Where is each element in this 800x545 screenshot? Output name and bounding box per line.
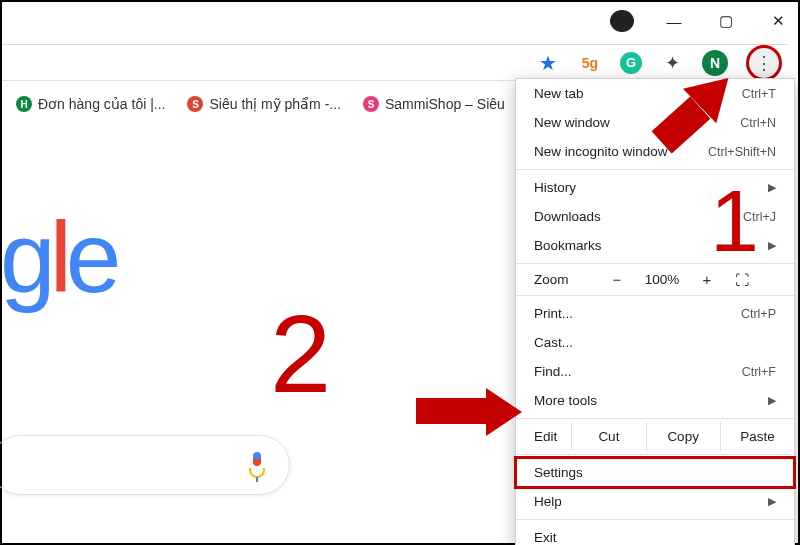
menu-separator xyxy=(516,519,794,520)
menu-separator xyxy=(516,454,794,455)
submenu-arrow-icon: ▶ xyxy=(768,495,776,508)
menu-label: New window xyxy=(534,115,610,130)
menu-label: Print... xyxy=(534,306,573,321)
bookmark-star-icon[interactable]: ★ xyxy=(536,51,560,75)
menu-more-tools[interactable]: More tools ▶ xyxy=(516,386,794,415)
submenu-arrow-icon: ▶ xyxy=(768,394,776,407)
zoom-level: 100% xyxy=(640,272,684,287)
menu-label: Find... xyxy=(534,364,572,379)
zoom-in-button[interactable]: + xyxy=(694,271,720,288)
edit-copy[interactable]: Copy xyxy=(647,422,721,451)
voice-search-icon[interactable] xyxy=(247,452,267,478)
menu-label: New tab xyxy=(534,86,584,101)
menu-label: History xyxy=(534,180,576,195)
menu-label: Downloads xyxy=(534,209,601,224)
menu-shortcut: Ctrl+P xyxy=(741,307,776,321)
bookmark-label: Đơn hàng của tôi |... xyxy=(38,96,165,112)
menu-label: Bookmarks xyxy=(534,238,602,253)
minimize-button[interactable]: — xyxy=(662,13,686,30)
bookmark-label: SammiShop – Siêu xyxy=(385,96,505,112)
google-search-box[interactable] xyxy=(0,435,290,495)
menu-separator xyxy=(516,295,794,296)
maximize-button[interactable]: ▢ xyxy=(714,12,738,30)
bookmark-label: Siêu thị mỹ phẩm -... xyxy=(209,96,340,112)
menu-label: Help xyxy=(534,494,562,509)
annotation-number-1: 1 xyxy=(710,170,759,272)
menu-settings[interactable]: Settings xyxy=(516,458,794,487)
extensions-puzzle-icon[interactable]: ✦ xyxy=(660,51,684,75)
tab-dropdown-icon[interactable]: ▼ xyxy=(610,10,634,32)
favicon-icon: H xyxy=(16,96,32,112)
menu-find[interactable]: Find... Ctrl+F xyxy=(516,357,794,386)
window-titlebar: ▼ — ▢ ✕ xyxy=(0,6,790,36)
annotation-number-2: 2 xyxy=(270,290,331,417)
close-button[interactable]: ✕ xyxy=(766,12,790,30)
chrome-menu: New tab Ctrl+T New window Ctrl+N New inc… xyxy=(515,78,795,545)
menu-cast[interactable]: Cast... xyxy=(516,328,794,357)
menu-label: Zoom xyxy=(534,272,594,287)
menu-new-tab[interactable]: New tab Ctrl+T xyxy=(516,79,794,108)
favicon-icon: S xyxy=(187,96,203,112)
zoom-out-button[interactable]: − xyxy=(604,271,630,288)
menu-label: Cast... xyxy=(534,335,573,350)
menu-label: New incognito window xyxy=(534,144,668,159)
submenu-arrow-icon: ▶ xyxy=(768,181,776,194)
annotation-arrow xyxy=(416,398,488,424)
favicon-icon: S xyxy=(363,96,379,112)
menu-edit-row: Edit Cut Copy Paste xyxy=(516,422,794,451)
bookmark-item[interactable]: H Đơn hàng của tôi |... xyxy=(16,96,165,112)
toolbar: ★ 5g G ✦ N ⋮ xyxy=(2,44,788,80)
grammarly-icon[interactable]: G xyxy=(620,52,642,74)
extension-icon[interactable]: 5g xyxy=(578,51,602,75)
submenu-arrow-icon: ▶ xyxy=(768,239,776,252)
google-logo: gle xyxy=(0,200,115,315)
menu-separator xyxy=(516,418,794,419)
menu-label: Edit xyxy=(516,422,572,451)
menu-incognito[interactable]: New incognito window Ctrl+Shift+N xyxy=(516,137,794,166)
chrome-menu-button[interactable]: ⋮ xyxy=(746,45,782,81)
menu-shortcut: Ctrl+Shift+N xyxy=(708,145,776,159)
menu-print[interactable]: Print... Ctrl+P xyxy=(516,299,794,328)
menu-label: Settings xyxy=(534,465,583,480)
menu-exit[interactable]: Exit xyxy=(516,523,794,545)
bookmarks-bar: H Đơn hàng của tôi |... S Siêu thị mỹ ph… xyxy=(10,86,520,122)
menu-shortcut: Ctrl+T xyxy=(742,87,776,101)
bookmark-item[interactable]: S SammiShop – Siêu xyxy=(363,96,505,112)
edit-paste[interactable]: Paste xyxy=(721,422,794,451)
edit-cut[interactable]: Cut xyxy=(572,422,646,451)
menu-shortcut: Ctrl+F xyxy=(742,365,776,379)
menu-help[interactable]: Help ▶ xyxy=(516,487,794,516)
menu-label: Exit xyxy=(534,530,557,545)
bookmark-item[interactable]: S Siêu thị mỹ phẩm -... xyxy=(187,96,340,112)
fullscreen-button[interactable]: ⛶ xyxy=(730,272,754,288)
menu-shortcut: Ctrl+N xyxy=(740,116,776,130)
annotation-arrow-head xyxy=(486,388,522,436)
menu-label: More tools xyxy=(534,393,597,408)
